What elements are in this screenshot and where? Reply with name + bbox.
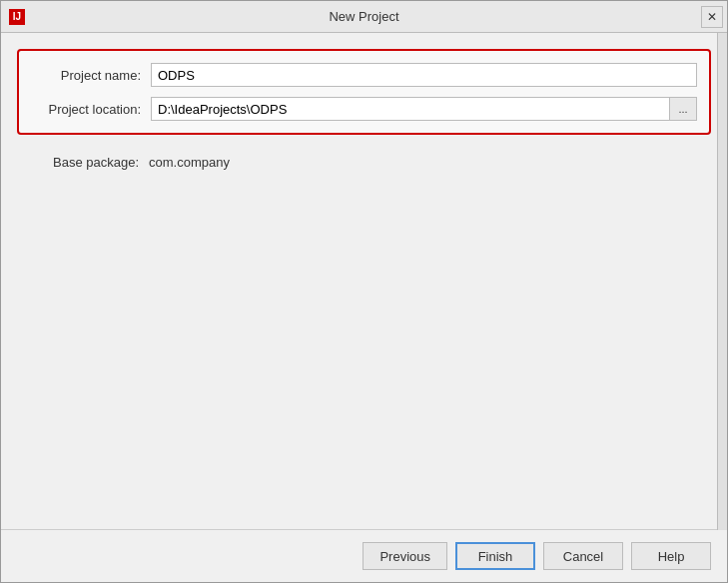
highlighted-form-section: Project name: Project location: ... xyxy=(17,49,711,135)
dialog-title: New Project xyxy=(329,9,398,24)
project-location-row: Project location: ... xyxy=(31,97,697,121)
content-spacer xyxy=(17,178,711,513)
new-project-dialog: IJ New Project ✕ Project name: Project l… xyxy=(0,0,728,583)
cancel-button[interactable]: Cancel xyxy=(543,542,623,570)
project-location-field-group: ... xyxy=(151,97,697,121)
finish-button[interactable]: Finish xyxy=(455,542,535,570)
help-button[interactable]: Help xyxy=(631,542,711,570)
project-name-label: Project name: xyxy=(31,68,151,83)
title-bar: IJ New Project ✕ xyxy=(1,1,727,33)
base-package-row: Base package: com.company xyxy=(17,147,711,178)
previous-button[interactable]: Previous xyxy=(363,542,447,570)
base-package-label: Base package: xyxy=(29,155,149,170)
project-location-label: Project location: xyxy=(31,102,151,117)
close-button[interactable]: ✕ xyxy=(701,6,723,28)
button-bar: Previous Finish Cancel Help xyxy=(1,529,727,582)
base-package-value: com.company xyxy=(149,155,230,170)
project-name-input[interactable] xyxy=(151,63,697,87)
project-location-input[interactable] xyxy=(151,97,669,121)
dialog-content: Project name: Project location: ... Base… xyxy=(1,33,727,529)
project-name-row: Project name: xyxy=(31,63,697,87)
vertical-scrollbar[interactable] xyxy=(717,33,727,530)
browse-button[interactable]: ... xyxy=(669,97,697,121)
app-icon: IJ xyxy=(9,9,25,25)
